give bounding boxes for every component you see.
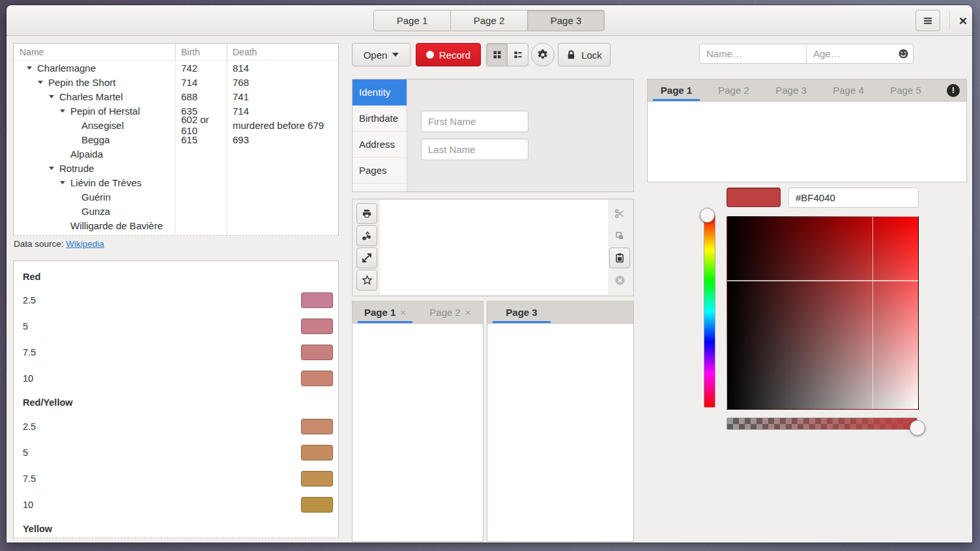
- chevron-down-icon: [392, 53, 399, 57]
- warning-icon[interactable]: !: [947, 84, 960, 97]
- emoji-icon[interactable]: [898, 48, 909, 59]
- person-entry-group: [699, 44, 914, 64]
- color-scale-list[interactable]: Red 2.5 5 7.5 10 Red/Yellow 2.5 5 7.5 10…: [13, 261, 339, 538]
- header-page3-button[interactable]: Page 3: [527, 10, 605, 31]
- identity-panel: Identity Birthdate Address Pages: [352, 79, 634, 192]
- close-window-button[interactable]: ×: [952, 10, 974, 31]
- column-header-birth[interactable]: Birth: [175, 44, 227, 60]
- tree-row[interactable]: Pepin of Herstal635714: [14, 104, 338, 118]
- name-input[interactable]: [699, 44, 807, 64]
- tree-header: Name Birth Death: [14, 44, 338, 61]
- tree-row[interactable]: Guérin: [14, 190, 338, 204]
- canvas-panel: [352, 199, 634, 296]
- sv-crosshair-horizontal: [727, 280, 918, 281]
- open-button[interactable]: Open: [352, 43, 411, 66]
- sidebar-item-address[interactable]: Address: [353, 132, 407, 158]
- hex-color-input[interactable]: [788, 188, 919, 208]
- hue-slider-handle[interactable]: [700, 208, 715, 223]
- fullscreen-button[interactable]: [356, 247, 377, 268]
- delete-button[interactable]: [609, 270, 630, 290]
- tab-page1[interactable]: Page 1 ×: [353, 302, 418, 323]
- lock-icon: [566, 49, 576, 60]
- tab-right-page1[interactable]: Page 1: [648, 79, 705, 101]
- titlebar-separator: [949, 11, 950, 30]
- record-dot-icon: [426, 51, 434, 59]
- expand-icon: [362, 253, 372, 263]
- tree-row[interactable]: Charlemagne742814: [14, 61, 338, 75]
- color-swatch: [301, 419, 333, 434]
- column-header-death[interactable]: Death: [227, 44, 338, 60]
- sidebar-item-pages[interactable]: Pages: [353, 158, 407, 184]
- header-page1-button[interactable]: Page 1: [373, 10, 451, 31]
- notebook-right: Page 3: [487, 301, 634, 542]
- favorite-button[interactable]: [356, 270, 377, 290]
- list-item[interactable]: 2.5: [14, 287, 338, 313]
- tab-right-page3[interactable]: Page 3: [762, 79, 820, 101]
- print-button[interactable]: [356, 203, 377, 224]
- tab-right-page5[interactable]: Page 5: [877, 79, 934, 101]
- tree-row[interactable]: Pepin the Short714768: [14, 75, 338, 89]
- hue-slider[interactable]: [704, 215, 715, 408]
- list-item[interactable]: 10: [14, 492, 338, 518]
- expander-icon[interactable]: [60, 109, 70, 113]
- expander-icon[interactable]: [49, 167, 59, 170]
- tree-row[interactable]: Willigarde de Bavière: [14, 218, 338, 233]
- tab-close-icon[interactable]: ×: [400, 307, 406, 318]
- current-color-swatch[interactable]: [727, 188, 781, 207]
- tree-row[interactable]: Gunza: [14, 204, 338, 218]
- list-item[interactable]: 2.5: [14, 414, 338, 440]
- expander-icon[interactable]: [38, 81, 48, 84]
- close-icon: ×: [959, 13, 967, 29]
- list-item[interactable]: 10: [14, 365, 338, 391]
- data-source-label: Data source: Wikipedia: [14, 239, 104, 249]
- alpha-slider[interactable]: [727, 417, 917, 430]
- canvas-area[interactable]: [380, 200, 608, 295]
- record-button[interactable]: Record: [416, 43, 481, 66]
- color-swatch: [301, 497, 333, 513]
- expander-icon[interactable]: [27, 66, 37, 70]
- list-view-toggle[interactable]: [507, 43, 528, 66]
- color-swatch: [301, 371, 333, 386]
- tree-row[interactable]: Ansegisel602 or 610murdered before 679: [14, 118, 338, 132]
- header-page2-button[interactable]: Page 2: [450, 10, 528, 31]
- hamburger-icon: [923, 16, 932, 25]
- tree-row[interactable]: Rotrude: [14, 161, 338, 175]
- color-swatch: [301, 445, 333, 460]
- cut-button[interactable]: [609, 203, 630, 224]
- tab-page3[interactable]: Page 3: [487, 302, 556, 323]
- tree-row[interactable]: Alpaida: [14, 147, 338, 161]
- list-item[interactable]: 5: [14, 313, 338, 339]
- tab-page2[interactable]: Page 2 ×: [418, 302, 483, 323]
- settings-button[interactable]: [531, 43, 555, 66]
- view-toggle-group: [486, 43, 528, 66]
- tree-row[interactable]: Liévin de Trèves: [14, 175, 338, 190]
- list-item[interactable]: 7.5: [14, 466, 338, 492]
- alpha-slider-handle[interactable]: [910, 420, 925, 436]
- grid-icon: [493, 50, 502, 59]
- last-name-field[interactable]: [421, 139, 528, 160]
- copy-button[interactable]: [609, 225, 630, 246]
- sidebar-item-identity[interactable]: Identity: [353, 79, 407, 106]
- list-item[interactable]: 5: [14, 440, 338, 466]
- tree-row[interactable]: Begga615693: [14, 132, 338, 147]
- sidebar-item-birthdate[interactable]: Birthdate: [353, 106, 407, 132]
- saturation-value-plane[interactable]: [727, 216, 919, 410]
- tree-row[interactable]: Charles Martel688741: [14, 89, 338, 104]
- wikipedia-link[interactable]: Wikipedia: [66, 239, 104, 249]
- desktop: { "titlebar": { "pages": [ { "label": "P…: [0, 0, 980, 551]
- send-to-button[interactable]: [356, 225, 377, 246]
- family-tree-table[interactable]: Name Birth Death Charlemagne742814 Pepin…: [13, 43, 339, 236]
- first-name-field[interactable]: [421, 111, 528, 132]
- expander-icon[interactable]: [60, 181, 70, 184]
- paste-button[interactable]: [609, 247, 630, 268]
- lock-button[interactable]: Lock: [558, 43, 611, 66]
- tab-close-icon[interactable]: ×: [465, 307, 471, 318]
- grid-view-toggle[interactable]: [486, 43, 508, 66]
- delete-icon: [614, 275, 626, 286]
- tab-right-page4[interactable]: Page 4: [820, 79, 877, 101]
- list-item[interactable]: 7.5: [14, 339, 338, 365]
- tab-right-page2[interactable]: Page 2: [705, 79, 762, 101]
- column-header-name[interactable]: Name: [14, 44, 175, 60]
- hamburger-menu-button[interactable]: [915, 10, 940, 31]
- expander-icon[interactable]: [49, 95, 59, 98]
